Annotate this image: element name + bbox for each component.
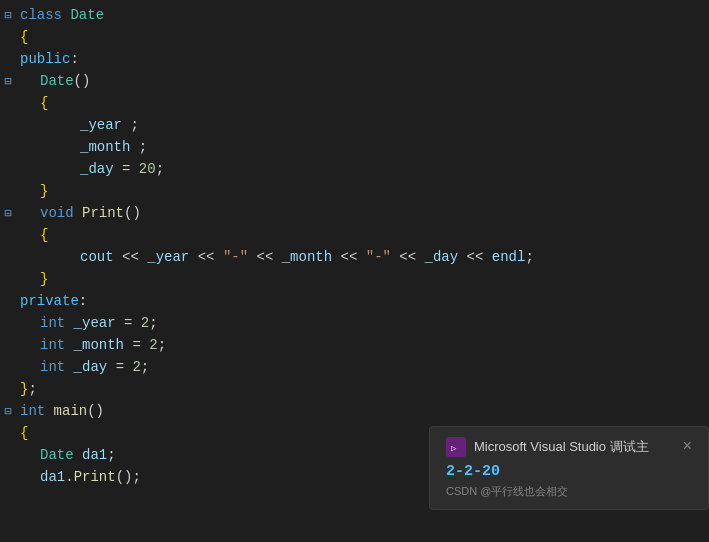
line-content-11: { [20,227,701,243]
popup-output-value: 2-2-20 [446,463,692,480]
line-content-9: } [20,183,701,199]
fold-gutter-1[interactable]: ⊟ [0,8,16,23]
code-line-16: int _month = 2; [0,334,709,356]
line-content-1: class Date [20,7,701,23]
line-content-19: int main() [20,403,701,419]
popup-source-text: CSDN @平行线也会相交 [446,484,692,499]
code-line-13: } [0,268,709,290]
popup-header: ▷ Microsoft Visual Studio 调试主 × [446,437,692,457]
code-line-1: ⊟ class Date [0,4,709,26]
code-line-9: } [0,180,709,202]
line-content-12: cout << _year << "-" << _month << "-" <<… [20,249,701,265]
line-content-3: public: [20,51,701,67]
code-line-11: { [0,224,709,246]
debug-popup: ▷ Microsoft Visual Studio 调试主 × 2-2-20 C… [429,426,709,510]
code-line-3: public: [0,48,709,70]
code-line-18: }; [0,378,709,400]
code-line-12: cout << _year << "-" << _month << "-" <<… [0,246,709,268]
code-line-2: { [0,26,709,48]
code-line-15: int _year = 2; [0,312,709,334]
popup-title-text: Microsoft Visual Studio 调试主 [474,438,649,456]
line-content-13: } [20,271,701,287]
code-line-5: { [0,92,709,114]
line-content-17: int _day = 2; [20,359,701,375]
code-line-14: private: [0,290,709,312]
line-content-7: _month ; [20,139,701,155]
code-line-7: _month ; [0,136,709,158]
line-content-15: int _year = 2; [20,315,701,331]
line-content-10: void Print() [20,205,701,221]
fold-gutter-10[interactable]: ⊟ [0,206,16,221]
svg-text:▷: ▷ [451,443,457,453]
line-content-5: { [20,95,701,111]
code-line-6: _year ; [0,114,709,136]
line-content-6: _year ; [20,117,701,133]
fold-gutter-4[interactable]: ⊟ [0,74,16,89]
code-line-8: _day = 20; [0,158,709,180]
line-content-8: _day = 20; [20,161,701,177]
code-line-4: ⊟ Date() [0,70,709,92]
line-content-18: }; [20,381,701,397]
code-line-17: int _day = 2; [0,356,709,378]
popup-close-button[interactable]: × [682,438,692,456]
line-content-14: private: [20,293,701,309]
line-content-4: Date() [20,73,701,89]
code-editor: ⊟ class Date { public: ⊟ Date() { [0,0,709,542]
vs-icon: ▷ [446,437,466,457]
fold-gutter-19[interactable]: ⊟ [0,404,16,419]
code-line-19: ⊟ int main() [0,400,709,422]
line-content-2: { [20,29,701,45]
line-content-16: int _month = 2; [20,337,701,353]
code-line-10: ⊟ void Print() [0,202,709,224]
